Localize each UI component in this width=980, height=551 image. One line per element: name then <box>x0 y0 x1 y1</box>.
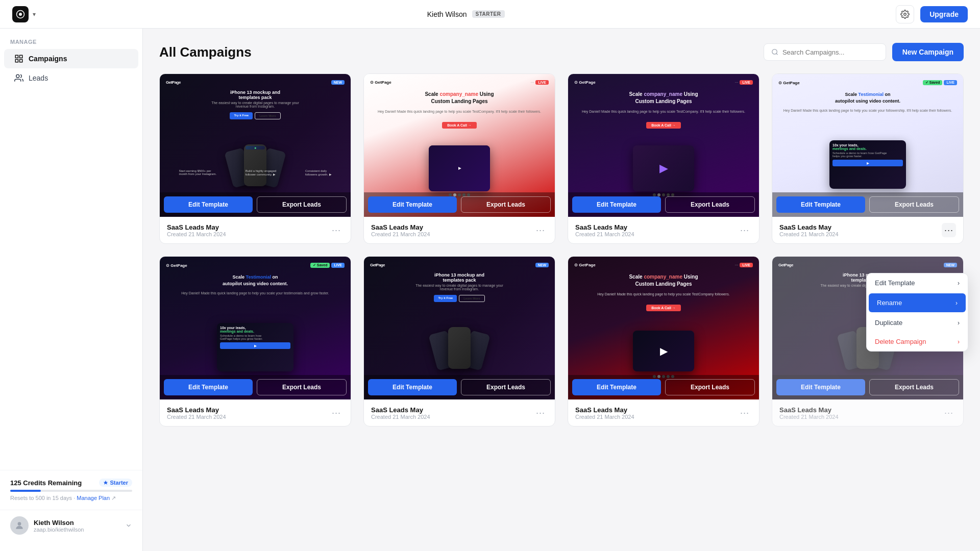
edit-template-btn-6[interactable]: Edit Template <box>368 379 457 395</box>
export-leads-btn-7[interactable]: Export Leads <box>665 379 755 395</box>
card-3-footer: SaaS Leads May Created 21 March 2024 ··· <box>568 217 759 243</box>
card-7-actions: Edit Template Export Leads <box>568 375 759 399</box>
edit-template-btn-7[interactable]: Edit Template <box>572 379 661 395</box>
preview-badge-2: LIVE <box>535 80 549 85</box>
card-4-menu-btn[interactable]: ··· <box>942 223 956 237</box>
campaign-card: GetPage NEW iPhone 13 mockup andtemplate… <box>159 73 351 244</box>
credits-subtext: Resets to 500 in 15 days · Manage Plan ↗ <box>10 495 132 502</box>
card-1-actions: Edit Template Export Leads <box>160 192 351 217</box>
edit-template-btn-8[interactable]: Edit Template <box>776 379 865 395</box>
sidebar-user[interactable]: Kieth Wilson zaap.bio/kiethwilson <box>0 510 142 541</box>
campaign-card: ⊙ GetPage ✓ Saved LIVE Scale Testimonial… <box>772 73 964 244</box>
card-6-actions: Edit Template Export Leads <box>364 375 555 399</box>
preview-logo: GetPage <box>166 80 181 85</box>
campaign-card: ⊙ GetPage ✓ Saved LIVE Scale Testimonial… <box>159 256 351 427</box>
campaign-card: GetPage NEW iPhone 13 mockup andtemplate… <box>363 256 555 427</box>
context-menu: Edit Template › Rename › Duplicate › Del… <box>866 273 968 352</box>
card-preview-7: ⊙ GetPage ··· LIVE Scale company_name Us… <box>568 257 759 399</box>
campaigns-grid: GetPage NEW iPhone 13 mockup andtemplate… <box>159 73 964 427</box>
preview-logo-2: ⊙ GetPage <box>370 80 391 85</box>
card-preview-2: ⊙ GetPage ··· LIVE Scale company_name Us… <box>364 74 555 217</box>
preview-tag-6: NEW <box>535 263 549 267</box>
svg-point-7 <box>16 74 19 78</box>
preview-btn-learn: Learn More <box>255 112 280 119</box>
context-menu-delete[interactable]: Delete Campaign › <box>867 332 968 351</box>
edit-template-btn-2[interactable]: Edit Template <box>368 196 457 213</box>
svg-point-9 <box>18 522 21 525</box>
settings-button[interactable] <box>896 5 914 23</box>
export-leads-btn-5[interactable]: Export Leads <box>257 379 347 395</box>
export-leads-btn-6[interactable]: Export Leads <box>461 379 551 395</box>
context-menu-rename[interactable]: Rename › <box>869 293 966 312</box>
credits-label: 125 Credits Remaining <box>10 479 82 487</box>
search-bar[interactable] <box>764 43 886 61</box>
svg-point-10 <box>772 49 777 55</box>
context-menu-duplicate[interactable]: Duplicate › <box>867 313 968 332</box>
preview-logo-8: GetPage <box>778 263 793 267</box>
export-leads-btn-1[interactable]: Export Leads <box>257 196 347 213</box>
manage-plan-link[interactable]: Manage Plan <box>77 495 110 501</box>
export-leads-btn-2[interactable]: Export Leads <box>461 196 551 213</box>
edit-template-btn-1[interactable]: Edit Template <box>164 196 253 213</box>
topbar-center: Kieth Wilson STARTER <box>427 10 505 18</box>
svg-line-11 <box>776 54 778 55</box>
sidebar-campaigns-label: Campaigns <box>29 55 67 63</box>
card-2-date: Created 21 March 2024 <box>371 231 430 237</box>
export-leads-btn-3[interactable]: Export Leads <box>665 196 755 213</box>
sidebar-user-chevron <box>125 522 132 529</box>
topbar-username: Kieth Wilson <box>427 10 467 18</box>
leads-icon <box>14 73 23 83</box>
header-right: New Campaign <box>764 43 964 61</box>
edit-template-btn-3[interactable]: Edit Template <box>572 196 661 213</box>
preview-badge-7: LIVE <box>740 263 753 267</box>
card-5-name: SaaS Leads May <box>167 406 226 414</box>
content-area: All Campaigns New Campaign GetPage <box>143 29 980 551</box>
preview-logo-4: ⊙ GetPage <box>778 81 800 85</box>
card-4-date: Created 21 March 2024 <box>779 231 839 237</box>
app-menu-chevron[interactable]: ▾ <box>33 11 36 18</box>
search-input[interactable] <box>782 48 878 56</box>
card-3-menu-btn[interactable]: ··· <box>738 223 752 237</box>
card-preview-4: ⊙ GetPage ✓ Saved LIVE Scale Testimonial… <box>772 74 963 217</box>
card-7-menu-btn[interactable]: ··· <box>738 406 752 420</box>
card-6-date: Created 21 March 2024 <box>371 414 430 420</box>
edit-template-btn-5[interactable]: Edit Template <box>164 379 253 395</box>
card-6-name: SaaS Leads May <box>371 406 430 414</box>
card-1-footer: SaaS Leads May Created 21 March 2024 ··· <box>160 217 351 243</box>
card-2-name: SaaS Leads May <box>371 223 430 231</box>
card-7-footer: SaaS Leads May Created 21 March 2024 ··· <box>568 399 759 426</box>
sidebar-item-campaigns[interactable]: Campaigns <box>4 49 138 68</box>
search-icon <box>771 48 778 56</box>
campaign-card: ⊙ GetPage ··· LIVE Scale company_name Us… <box>363 73 555 244</box>
export-leads-btn-4[interactable]: Export Leads <box>869 196 959 213</box>
card-5-menu-btn[interactable]: ··· <box>329 406 344 420</box>
new-campaign-button[interactable]: New Campaign <box>892 43 964 61</box>
preview-btn-try: Try it Free <box>230 112 253 119</box>
edit-template-btn-4[interactable]: Edit Template <box>776 196 865 213</box>
svg-point-2 <box>904 13 906 15</box>
upgrade-button[interactable]: Upgrade <box>920 6 968 22</box>
campaign-card: ⊙ GetPage ··· LIVE Scale company_name Us… <box>568 73 760 244</box>
card-6-menu-btn[interactable]: ··· <box>533 406 548 420</box>
sidebar-item-leads[interactable]: Leads <box>4 68 138 88</box>
card-5-actions: Edit Template Export Leads <box>160 375 351 399</box>
card-2-menu-btn[interactable]: ··· <box>533 223 548 237</box>
card-4-footer: SaaS Leads May Created 21 March 2024 ··· <box>772 217 963 243</box>
card-7-date: Created 21 March 2024 <box>575 414 634 420</box>
svg-marker-8 <box>103 481 107 485</box>
preview-btn-learn-6: Learn More <box>459 295 484 302</box>
sidebar-manage-label: Manage <box>0 39 142 49</box>
context-menu-edit-template[interactable]: Edit Template › <box>867 273 968 292</box>
card-1-date: Created 21 March 2024 <box>167 231 226 237</box>
preview-badge-3: LIVE <box>740 80 753 85</box>
card-4-name: SaaS Leads May <box>779 223 839 231</box>
export-leads-btn-8[interactable]: Export Leads <box>869 379 959 395</box>
card-1-menu-btn[interactable]: ··· <box>329 223 344 237</box>
app-logo[interactable] <box>12 6 29 22</box>
card-4-actions: Edit Template Export Leads <box>772 192 963 217</box>
card-8-menu-btn[interactable]: ··· <box>942 406 956 420</box>
avatar <box>10 516 29 535</box>
sidebar-credits: 125 Credits Remaining Starter Resets to … <box>0 470 142 510</box>
preview-cta-3: Book A Call → <box>646 122 681 129</box>
topbar-left: ▾ <box>12 6 36 22</box>
